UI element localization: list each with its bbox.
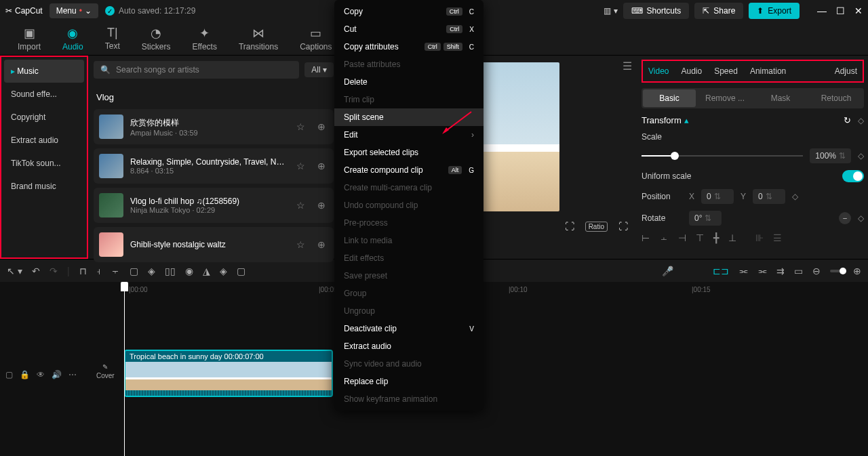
ctx-split-scene[interactable]: Split scene bbox=[334, 108, 484, 126]
redo-icon[interactable]: ↷ bbox=[50, 266, 58, 276]
download-icon[interactable]: ⊕ bbox=[317, 121, 326, 132]
ctx-copy[interactable]: CopyCtrlC bbox=[334, 3, 484, 20]
tab-audio[interactable]: ◉Audio bbox=[52, 23, 94, 54]
ctx-cut[interactable]: CutCtrlX bbox=[334, 20, 484, 38]
align-left-icon[interactable]: ⊢ bbox=[642, 232, 650, 243]
undo-icon[interactable]: ↶ bbox=[32, 266, 40, 276]
favorite-icon[interactable]: ☆ bbox=[296, 121, 305, 132]
favorite-icon[interactable]: ☆ bbox=[296, 161, 305, 171]
crop-icon[interactable]: ⛶ bbox=[565, 221, 574, 232]
category-item[interactable]: TikTok soun... bbox=[4, 152, 84, 175]
close-button[interactable]: ✕ bbox=[854, 5, 863, 16]
category-item[interactable]: Brand music bbox=[4, 175, 84, 198]
fullscreen-icon[interactable]: ⛶ bbox=[618, 221, 628, 232]
song-item[interactable]: Relaxing, Simple, Countryside, Travel, N… bbox=[94, 148, 334, 184]
ctx-extract-audio[interactable]: Extract audio bbox=[334, 337, 484, 355]
scale-value[interactable]: 100%⇅ bbox=[810, 148, 851, 163]
link2-icon[interactable]: ⫘ bbox=[757, 266, 767, 276]
property-tab-adjust[interactable]: Adjust bbox=[835, 66, 857, 76]
keyframe-diamond-icon[interactable]: ◇ bbox=[792, 192, 798, 201]
subtab-remove[interactable]: Remove ... bbox=[698, 89, 751, 107]
download-icon[interactable]: ⊕ bbox=[317, 239, 326, 250]
tab-text[interactable]: T|Text bbox=[94, 23, 131, 54]
tab-effects[interactable]: ✦Effects bbox=[181, 23, 227, 54]
export-button[interactable]: ⬆ Export bbox=[749, 3, 800, 19]
song-item[interactable]: Ghibli-style nostalgic waltz ☆ ⊕ bbox=[94, 227, 334, 262]
subtab-retouch[interactable]: Retouch bbox=[810, 89, 863, 107]
ctx-deactivate-clip[interactable]: Deactivate clipV bbox=[334, 320, 484, 337]
song-item[interactable]: 欣赏你的模样 Ampai Music · 03:59 ☆ ⊕ bbox=[94, 109, 334, 144]
maximize-button[interactable]: ☐ bbox=[836, 5, 845, 16]
delete-icon[interactable]: ▢ bbox=[130, 266, 138, 276]
rotate-input[interactable]: 0°⇅ bbox=[689, 211, 722, 226]
ctx-export-selected-clips[interactable]: Export selected clips bbox=[334, 144, 484, 161]
rotate-tool-icon[interactable]: ◈ bbox=[220, 266, 227, 276]
align-center-h-icon[interactable]: ⫠ bbox=[659, 232, 669, 243]
favorite-icon[interactable]: ☆ bbox=[296, 239, 305, 250]
ctx-edit[interactable]: Edit› bbox=[334, 126, 484, 144]
property-tab-speed[interactable]: Speed bbox=[714, 66, 738, 76]
position-y-input[interactable]: 0⇅ bbox=[753, 189, 785, 204]
uniform-scale-toggle[interactable] bbox=[842, 170, 864, 182]
download-icon[interactable]: ⊕ bbox=[317, 161, 326, 171]
playhead[interactable] bbox=[124, 282, 125, 456]
search-input[interactable]: 🔍 Search songs or artists bbox=[94, 61, 299, 79]
property-tab-audio[interactable]: Audio bbox=[681, 66, 702, 76]
align-top-icon[interactable]: ⊤ bbox=[696, 232, 704, 243]
category-item[interactable]: Extract audio bbox=[4, 129, 84, 152]
favorite-icon[interactable]: ☆ bbox=[296, 200, 305, 211]
keyframe-diamond-icon[interactable]: ◇ bbox=[858, 213, 864, 223]
lock-icon[interactable]: 🔒 bbox=[20, 370, 30, 379]
crop-tool-icon[interactable]: ▢ bbox=[237, 266, 245, 276]
keyframe-diamond-icon[interactable]: ◇ bbox=[858, 151, 864, 161]
property-tab-video[interactable]: Video bbox=[648, 66, 669, 76]
align-bottom-icon[interactable]: ⊥ bbox=[728, 232, 736, 243]
frames-icon[interactable]: ▯▯ bbox=[165, 266, 176, 276]
subtab-mask[interactable]: Mask bbox=[754, 89, 807, 107]
subtab-basic[interactable]: Basic bbox=[643, 89, 696, 107]
category-item[interactable]: Music bbox=[4, 60, 84, 83]
ctx-delete[interactable]: Delete bbox=[334, 73, 484, 91]
mic-icon[interactable]: 🎤 bbox=[662, 266, 673, 276]
more-icon[interactable]: ⋯ bbox=[68, 370, 77, 379]
sync-icon[interactable]: ⇉ bbox=[776, 266, 785, 276]
zoom-in-icon[interactable]: ⊕ bbox=[853, 266, 861, 276]
category-item[interactable]: Sound effe... bbox=[4, 83, 84, 106]
mirror-icon[interactable]: ◮ bbox=[203, 266, 210, 276]
ctx-replace-clip[interactable]: Replace clip bbox=[334, 373, 484, 390]
position-x-input[interactable]: 0⇅ bbox=[701, 189, 734, 204]
ctx-create-compound-clip[interactable]: Create compound clipAltG bbox=[334, 161, 484, 179]
share-button[interactable]: ⇱ Share bbox=[694, 3, 743, 19]
speaker-icon[interactable]: 🔊 bbox=[52, 370, 62, 379]
eye-icon[interactable]: 👁 bbox=[37, 370, 45, 379]
record-icon[interactable]: ◉ bbox=[185, 266, 193, 276]
filter-button[interactable]: All ▾ bbox=[304, 62, 334, 77]
tab-transitions[interactable]: ⋈Transitions bbox=[228, 23, 289, 54]
tab-import[interactable]: ▣Import bbox=[7, 23, 52, 54]
trim-right-icon[interactable]: ⫟ bbox=[111, 266, 120, 276]
link-icon[interactable]: ⫘ bbox=[738, 266, 748, 276]
preview-icon[interactable]: ▭ bbox=[794, 266, 803, 276]
song-item[interactable]: Vlog lo-fi chill hop ♫(1258569) Ninja Mu… bbox=[94, 188, 334, 223]
rotate-dial[interactable]: – bbox=[839, 212, 851, 224]
align-right-icon[interactable]: ⊣ bbox=[678, 232, 686, 243]
shield-icon[interactable]: ◈ bbox=[148, 266, 155, 276]
menu-button[interactable]: Menu • ⌄ bbox=[50, 3, 98, 18]
property-tab-animation[interactable]: Animation bbox=[750, 66, 786, 76]
download-icon[interactable]: ⊕ bbox=[317, 200, 326, 211]
reset-icon[interactable]: ↻ bbox=[844, 115, 851, 125]
zoom-out-icon[interactable]: ⊖ bbox=[812, 266, 821, 276]
layout-icon[interactable]: ▥ ▾ bbox=[604, 6, 617, 16]
magnet-icon[interactable]: ⊏⊐ bbox=[713, 266, 729, 276]
mute-icon[interactable]: ▢ bbox=[5, 370, 13, 379]
trim-left-icon[interactable]: ⫞ bbox=[96, 266, 101, 276]
ctx-copy-attributes[interactable]: Copy attributesCtrlShiftC bbox=[334, 38, 484, 56]
panel-menu-icon[interactable]: ☰ bbox=[623, 60, 632, 72]
keyframe-diamond-icon[interactable]: ◇ bbox=[858, 116, 864, 125]
ratio-button[interactable]: Ratio bbox=[585, 222, 608, 232]
align-center-v-icon[interactable]: ╋ bbox=[713, 232, 719, 243]
minimize-button[interactable]: — bbox=[817, 5, 827, 16]
scale-slider[interactable] bbox=[642, 155, 803, 157]
split-icon[interactable]: ⊓ bbox=[79, 266, 87, 276]
cover-button[interactable]: ✎ Cover bbox=[96, 363, 115, 379]
